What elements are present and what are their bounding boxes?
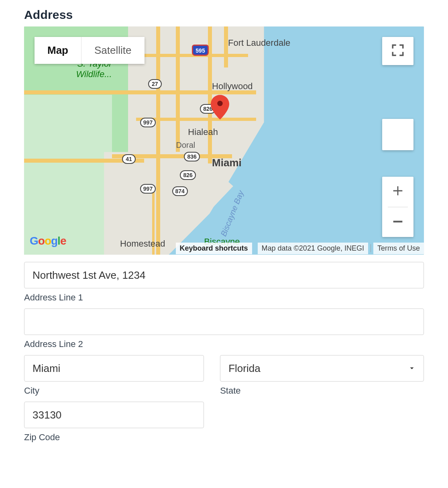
- shield-sr826: 826: [180, 170, 195, 180]
- plus-icon: [391, 184, 405, 199]
- address-line-1-input[interactable]: [24, 262, 424, 288]
- map-type-map-button[interactable]: Map: [35, 37, 81, 64]
- address-line-1-label: Address Line 1: [24, 292, 424, 303]
- pegman-button[interactable]: [382, 119, 413, 150]
- map-marker-icon: [211, 94, 229, 120]
- shield-sr874: 874: [172, 186, 188, 196]
- state-select[interactable]: Florida: [220, 355, 424, 382]
- shield-us41: 41: [122, 154, 136, 164]
- map-land: [24, 95, 112, 255]
- section-title: Address: [24, 8, 424, 22]
- state-label: State: [220, 386, 424, 396]
- zoom-control: [382, 177, 413, 237]
- city-label: City: [24, 386, 204, 396]
- shield-sr836: 836: [184, 152, 200, 161]
- zoom-out-button[interactable]: [382, 207, 413, 237]
- fullscreen-button[interactable]: [382, 37, 413, 65]
- address-form: Address Line 1 Address Line 2 City Flori…: [24, 262, 424, 448]
- keyboard-shortcuts-button[interactable]: Keyboard shortcuts: [176, 243, 252, 254]
- state-value: Florida: [228, 362, 260, 375]
- map-road: [156, 27, 160, 255]
- zip-input[interactable]: [24, 402, 204, 428]
- shield-sr997: 997: [140, 184, 156, 194]
- place-label-fort-lauderdale: Fort Lauderdale: [228, 38, 290, 48]
- map[interactable]: Fort Lauderdale Hollywood Hialeah Doral …: [24, 27, 424, 255]
- map-attribution: Map data ©2021 Google, INEGI: [258, 243, 368, 254]
- terms-link[interactable]: Terms of Use: [373, 243, 424, 254]
- place-label-hollywood: Hollywood: [212, 81, 253, 92]
- address-line-2-input[interactable]: [24, 308, 424, 335]
- map-footer: Keyboard shortcuts Map data ©2021 Google…: [24, 242, 424, 255]
- place-label-doral: Doral: [176, 141, 195, 150]
- svg-point-0: [217, 101, 222, 106]
- shield-i595: 595: [192, 45, 208, 56]
- map-road: [224, 27, 228, 67]
- address-line-2-label: Address Line 2: [24, 339, 424, 349]
- map-road: [176, 27, 180, 152]
- place-label-miami: Miami: [212, 157, 242, 169]
- divider: [371, 244, 371, 252]
- chevron-down-icon: [408, 362, 415, 375]
- map-type-satellite-button[interactable]: Satellite: [81, 37, 145, 64]
- minus-icon: [391, 214, 405, 230]
- fullscreen-icon: [391, 43, 405, 59]
- shield-us27: 27: [148, 79, 162, 89]
- zip-label: Zip Code: [24, 432, 204, 443]
- zoom-in-button[interactable]: [382, 177, 413, 207]
- city-input[interactable]: [24, 355, 204, 382]
- map-type-toggle: Map Satellite: [35, 37, 145, 64]
- place-label-hialeah: Hialeah: [188, 127, 218, 137]
- shield-sr997: 997: [140, 118, 156, 127]
